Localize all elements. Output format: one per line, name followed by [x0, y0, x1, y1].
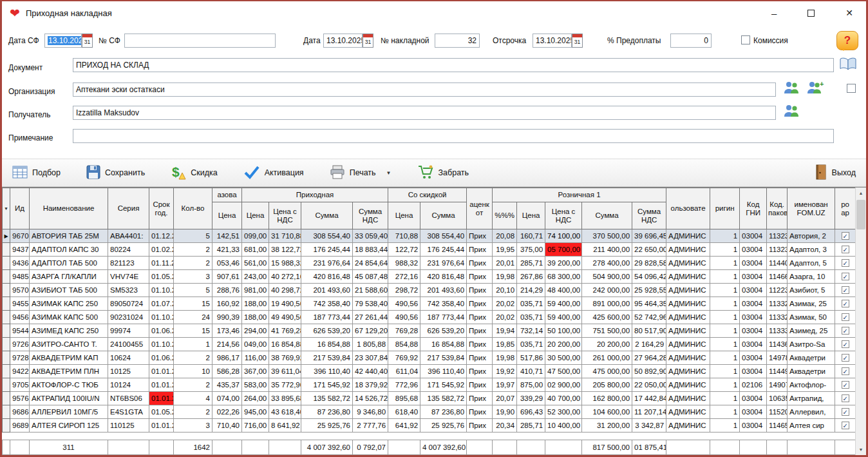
- cell-sp[interactable]: 769,28: [388, 324, 420, 338]
- cell-rsv[interactable]: 17 442,84: [632, 392, 666, 405]
- cell-pct[interactable]: 20,10: [493, 284, 517, 297]
- cell-rp[interactable]: 160,71: [517, 229, 545, 243]
- cell-qty[interactable]: 2: [174, 257, 212, 270]
- date-sf-calendar-button[interactable]: 31: [82, 34, 93, 48]
- cell-ppv[interactable]: 40 272,16: [269, 270, 301, 284]
- cell-fom[interactable]: Алтея сир: [788, 419, 835, 433]
- cell-rs[interactable]: 504 900,00: [582, 270, 632, 284]
- cell-ps[interactable]: 16 854,88: [301, 338, 353, 351]
- cell-pp[interactable]: 264,00: [242, 392, 269, 405]
- cell-fom[interactable]: Актрапид,: [788, 392, 835, 405]
- cell-qty[interactable]: 10: [174, 365, 212, 378]
- cell-ppv[interactable]: 38 122,72: [269, 243, 301, 257]
- cell-psv[interactable]: 33 059,40: [353, 229, 388, 243]
- cell-rsv[interactable]: 2 164,29: [632, 338, 666, 351]
- cell-psv[interactable]: 45 087,48: [353, 270, 388, 284]
- cell-ss[interactable]: 308 554,40: [420, 229, 467, 243]
- cell-base[interactable]: 214,56: [212, 338, 242, 351]
- grid-row[interactable]: 9455АЗИМАК КАПС 2508905072401.07.215160,…: [3, 297, 856, 311]
- cell-expiry[interactable]: 01.05.2: [149, 405, 174, 419]
- cell-qty[interactable]: 2: [174, 378, 212, 392]
- save-button[interactable]: Сохранить: [86, 165, 145, 181]
- help-button[interactable]: ?: [836, 31, 858, 50]
- cell-fom[interactable]: Адаптол, 3: [788, 243, 835, 257]
- cell-orig[interactable]: 1: [710, 392, 740, 405]
- cell-name[interactable]: АДАПТОЛ ТАБ 500: [30, 257, 108, 270]
- cell-base[interactable]: 173,46: [212, 324, 242, 338]
- cell-ss[interactable]: 742 358,40: [420, 297, 467, 311]
- row-checkbox[interactable]: ✓: [835, 243, 856, 257]
- exit-button[interactable]: Выход: [815, 164, 856, 182]
- cell-user[interactable]: АДМИНИС: [666, 297, 710, 311]
- cell-mk[interactable]: Прих: [467, 297, 493, 311]
- cell-gni[interactable]: 03004: [740, 324, 767, 338]
- cell-name[interactable]: АЗИБИОТ ТАБ 500: [30, 284, 108, 297]
- cell-ss[interactable]: 176 245,44: [420, 243, 467, 257]
- cell-mk[interactable]: Прих: [467, 338, 493, 351]
- cell-rp[interactable]: 267,86: [517, 270, 545, 284]
- cell-mk[interactable]: Прих: [467, 311, 493, 324]
- grid-row[interactable]: 9728АКВАДЕТРИМ КАП1062401.06.22986,17116…: [3, 351, 856, 365]
- cell-rs[interactable]: 891 000,00: [582, 297, 632, 311]
- cell-ppv[interactable]: 15 988,32: [269, 257, 301, 270]
- cell-psv[interactable]: 42 440,40: [353, 365, 388, 378]
- cell-rs[interactable]: 31 200,00: [582, 419, 632, 433]
- cell-name[interactable]: АКТРАПИД 100IU/N: [30, 392, 108, 405]
- cell-pp[interactable]: 716,00: [242, 419, 269, 433]
- minimize-button[interactable]: –: [771, 8, 777, 19]
- cell-ppv[interactable]: 19 490,56: [269, 297, 301, 311]
- cell-ppv[interactable]: 39 611,04: [269, 365, 301, 378]
- cell-id[interactable]: 9689: [10, 419, 30, 433]
- cell-gni[interactable]: 03004: [740, 284, 767, 297]
- cell-name[interactable]: АЗАРГА ГЛ/КАПЛИ: [30, 270, 108, 284]
- cell-psv[interactable]: 18 379,92: [353, 378, 388, 392]
- scroll-down-button[interactable]: ▼: [856, 444, 866, 455]
- cell-orig[interactable]: 1: [710, 297, 740, 311]
- sf-no-input[interactable]: [124, 34, 276, 48]
- cell-user[interactable]: АДМИНИС: [666, 338, 710, 351]
- cell-user[interactable]: АДМИНИС: [666, 324, 710, 338]
- cell-pack[interactable]: 11333: [767, 324, 788, 338]
- cell-pack[interactable]: 11323: [767, 243, 788, 257]
- cell-ss[interactable]: 171 545,92: [420, 378, 467, 392]
- row-checkbox[interactable]: ✓: [835, 365, 856, 378]
- cell-gni[interactable]: 03004: [740, 351, 767, 365]
- cell-pack[interactable]: 11449: [767, 365, 788, 378]
- cell-pct[interactable]: 20,34: [493, 419, 517, 433]
- cell-rsv[interactable]: 95 464,35: [632, 297, 666, 311]
- cell-ps[interactable]: 396 110,40: [301, 365, 353, 378]
- cell-mk[interactable]: Прих: [467, 392, 493, 405]
- cell-rp[interactable]: 375,00: [517, 243, 545, 257]
- cell-pack[interactable]: 11332: [767, 311, 788, 324]
- cell-expiry[interactable]: 01.01.2: [149, 392, 174, 405]
- cell-psv[interactable]: 2 777,76: [353, 419, 388, 433]
- row-checkbox[interactable]: ✓: [835, 311, 856, 324]
- cell-rs[interactable]: 475 000,00: [582, 365, 632, 378]
- cell-pct[interactable]: 19,94: [493, 324, 517, 338]
- cell-rp[interactable]: 285,71: [517, 257, 545, 270]
- deferral-input[interactable]: 13.10.2025: [533, 34, 572, 48]
- grid-row[interactable]: 9686АЛЛЕРВИЛ 10МГ/5E4S1GTA01.05.22022,26…: [3, 405, 856, 419]
- cell-orig[interactable]: 1: [710, 351, 740, 365]
- cell-gni[interactable]: 03004: [740, 392, 767, 405]
- cell-psv[interactable]: 67 129,20: [353, 324, 388, 338]
- cell-qty[interactable]: 5: [174, 284, 212, 297]
- cell-base[interactable]: 022,26: [212, 405, 242, 419]
- cell-sp[interactable]: 618,40: [388, 405, 420, 419]
- cell-series[interactable]: 821123: [108, 257, 149, 270]
- row-checkbox[interactable]: ✓: [835, 297, 856, 311]
- cell-ss[interactable]: 187 773,44: [420, 311, 467, 324]
- cell-sp[interactable]: 895,68: [388, 392, 420, 405]
- cell-sp[interactable]: 769,92: [388, 351, 420, 365]
- cell-rpv[interactable]: 68 300,00: [545, 270, 582, 284]
- cell-psv[interactable]: 24 854,64: [353, 257, 388, 270]
- cell-base[interactable]: 710,40: [212, 419, 242, 433]
- cell-expiry[interactable]: 01.01.2: [149, 419, 174, 433]
- cell-expiry[interactable]: 01.12.2: [149, 229, 174, 243]
- cell-pp[interactable]: 681,00: [242, 243, 269, 257]
- cell-id[interactable]: 9485: [10, 270, 30, 284]
- cell-id[interactable]: 9456: [10, 311, 30, 324]
- cell-sp[interactable]: 490,56: [388, 297, 420, 311]
- cell-fom[interactable]: Аквадетри: [788, 351, 835, 365]
- cell-fom[interactable]: Азимак, 25: [788, 297, 835, 311]
